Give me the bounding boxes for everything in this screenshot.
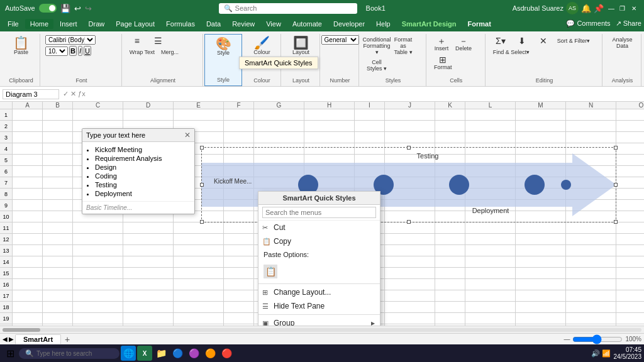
cell[interactable]	[13, 324, 43, 326]
formula-input[interactable]	[89, 90, 641, 98]
cell[interactable]	[174, 290, 224, 302]
cell-styles-button[interactable]: Cell Styles ▾	[364, 58, 389, 73]
cell[interactable]	[616, 109, 644, 121]
taskbar-app4-icon[interactable]: 🟠	[203, 346, 218, 361]
menu-view[interactable]: View	[261, 19, 286, 29]
cell[interactable]	[465, 245, 516, 256]
cell[interactable]	[435, 222, 465, 234]
search-input[interactable]	[235, 4, 348, 12]
cell[interactable]	[13, 279, 43, 290]
menu-review[interactable]: Review	[227, 19, 260, 29]
cell[interactable]	[616, 222, 644, 234]
paste-icon-clipboard[interactable]: 📋	[264, 265, 277, 278]
cell[interactable]	[616, 177, 644, 189]
menu-page-layout[interactable]: Page Layout	[111, 19, 160, 29]
context-menu-cut[interactable]: ✂ Cut	[258, 221, 380, 234]
cell[interactable]	[123, 290, 174, 302]
cell[interactable]	[123, 222, 174, 234]
cell[interactable]	[43, 245, 73, 256]
cell[interactable]	[43, 222, 73, 234]
cell[interactable]	[13, 109, 43, 121]
undo-icon[interactable]: ↩	[74, 4, 81, 13]
col-header-b[interactable]: B	[43, 102, 73, 109]
cell[interactable]	[465, 109, 516, 121]
menu-insert[interactable]: Insert	[55, 19, 82, 29]
cell[interactable]	[224, 302, 254, 313]
cell[interactable]	[516, 324, 566, 326]
cell[interactable]	[385, 222, 435, 234]
cell[interactable]	[616, 302, 644, 313]
cell[interactable]	[566, 256, 616, 268]
cell[interactable]	[73, 313, 123, 324]
taskbar-search-input[interactable]	[36, 350, 112, 357]
layout-button[interactable]: 🔲 Layout	[290, 35, 312, 57]
number-format-select[interactable]: General	[321, 35, 359, 45]
cell[interactable]	[385, 109, 435, 121]
cell[interactable]	[13, 256, 43, 268]
col-header-l[interactable]: L	[465, 102, 516, 109]
cell[interactable]	[43, 324, 73, 326]
cell[interactable]	[123, 268, 174, 279]
cell[interactable]	[13, 234, 43, 245]
cell[interactable]	[224, 313, 254, 324]
cell[interactable]	[616, 143, 644, 155]
cell[interactable]	[174, 109, 224, 121]
cell[interactable]	[43, 177, 73, 189]
find-button[interactable]: Find & Select▾	[491, 48, 533, 57]
cell[interactable]	[123, 279, 174, 290]
cell[interactable]	[566, 290, 616, 302]
cell[interactable]	[385, 234, 435, 245]
restore-button[interactable]: ❐	[618, 3, 628, 13]
cell[interactable]	[123, 324, 174, 326]
row-header-10[interactable]: 10	[0, 211, 12, 222]
cell[interactable]	[616, 324, 644, 326]
cell[interactable]	[224, 268, 254, 279]
col-header-e[interactable]: E	[174, 102, 224, 109]
cell[interactable]	[465, 302, 516, 313]
cell[interactable]	[224, 245, 254, 256]
cell[interactable]	[516, 268, 566, 279]
menu-data[interactable]: Data	[201, 19, 226, 29]
cell[interactable]	[465, 234, 516, 245]
sheet-tab-smartart[interactable]: SmartArt	[15, 334, 61, 344]
menu-format[interactable]: Format	[463, 19, 496, 29]
cell[interactable]	[435, 109, 465, 121]
cell[interactable]	[73, 109, 123, 121]
cell[interactable]	[13, 268, 43, 279]
menu-help[interactable]: Help	[371, 19, 396, 29]
cell[interactable]	[43, 302, 73, 313]
cell[interactable]	[13, 143, 43, 155]
cell[interactable]	[254, 132, 304, 143]
insert-cells-button[interactable]: ＋Insert	[431, 35, 452, 53]
cell[interactable]	[385, 313, 435, 324]
cell[interactable]	[174, 268, 224, 279]
col-header-i[interactable]: I	[355, 102, 385, 109]
row-header-16[interactable]: 16	[0, 279, 12, 290]
cell[interactable]	[224, 121, 254, 132]
cell[interactable]	[224, 290, 254, 302]
cell[interactable]	[43, 200, 73, 211]
cell[interactable]	[385, 290, 435, 302]
cell[interactable]	[43, 256, 73, 268]
cell[interactable]	[43, 211, 73, 222]
cell[interactable]	[123, 256, 174, 268]
cell[interactable]	[616, 234, 644, 245]
cell[interactable]	[385, 121, 435, 132]
cell[interactable]	[43, 290, 73, 302]
taskbar-app3-icon[interactable]: 🟣	[186, 346, 201, 361]
cell[interactable]	[566, 302, 616, 313]
scrollbar-track[interactable]	[3, 328, 641, 332]
cell[interactable]	[43, 279, 73, 290]
cell[interactable]	[566, 222, 616, 234]
cell[interactable]	[174, 234, 224, 245]
cell[interactable]	[73, 279, 123, 290]
cell[interactable]	[516, 256, 566, 268]
cell[interactable]	[43, 268, 73, 279]
align-center-button[interactable]: ☰	[148, 35, 169, 47]
cell[interactable]	[43, 166, 73, 177]
merge-button[interactable]: Merg...	[158, 48, 181, 57]
cell[interactable]	[304, 121, 355, 132]
row-header-14[interactable]: 14	[0, 256, 12, 268]
cell[interactable]	[224, 256, 254, 268]
cell[interactable]	[465, 290, 516, 302]
